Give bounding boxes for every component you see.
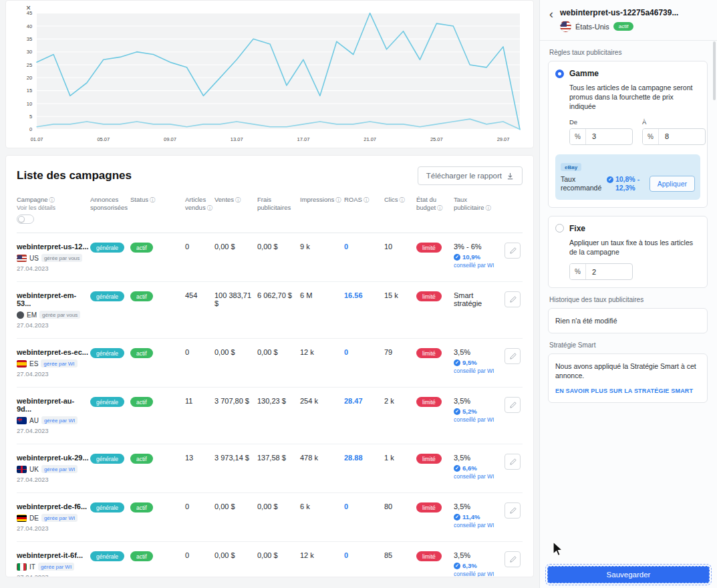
- campaign-list-card: Liste des campagnes Télécharger le rappo…: [5, 155, 534, 577]
- sponsored-badge: générale: [90, 243, 124, 253]
- table-row[interactable]: webinterpret-au-9d... AU gérée par WI 27…: [17, 388, 523, 444]
- table-row[interactable]: webinterpret-it-6f... IT gérée par WI 27…: [17, 542, 523, 577]
- close-icon[interactable]: ×: [25, 2, 32, 14]
- sponsored-badge: générale: [90, 291, 124, 301]
- table-row[interactable]: webinterpret-uk-29... UK gérée par WI 27…: [17, 444, 523, 493]
- sales-value: 3 707,80 $: [214, 396, 256, 405]
- edit-campaign-button[interactable]: [505, 502, 521, 519]
- apply-recommended-button[interactable]: Appliquer: [650, 176, 695, 192]
- clicks-value: 79: [384, 347, 415, 356]
- ad-fees-value: 0,00 $: [257, 501, 299, 510]
- back-chevron-icon[interactable]: ‹: [548, 8, 555, 20]
- list-header: Liste des campagnes Télécharger le rappo…: [17, 166, 523, 185]
- smart-strategy-link[interactable]: EN SAVOIR PLUS SUR LA STRATÉGIE SMART: [555, 387, 700, 395]
- sponsored-cell: générale: [90, 241, 129, 253]
- sales-value: 0,00 $: [214, 501, 256, 510]
- campaign-date: 27.04.2023: [17, 321, 89, 329]
- status-cell: actif: [130, 396, 184, 407]
- table-row[interactable]: webinterpret-us-12... US gérée par vous …: [17, 233, 523, 282]
- svg-text:40: 40: [27, 23, 32, 29]
- info-icon: ⓘ: [485, 205, 490, 211]
- budget-cell: limité: [416, 501, 452, 512]
- info-icon: ⓘ: [207, 205, 212, 211]
- rate-to-input-group: %: [642, 128, 706, 145]
- campaign-name[interactable]: webinterpret-uk-29...: [17, 454, 89, 462]
- sponsored-badge: générale: [90, 551, 124, 561]
- check-icon: ✓: [454, 254, 460, 261]
- ad-rate-cell: 3,5% ✓ 6,6% conseillé par WI: [454, 452, 503, 480]
- rate-to-input[interactable]: [659, 132, 696, 140]
- recommended-rate-value: 10,9%: [462, 253, 480, 261]
- pencil-icon: [509, 556, 517, 563]
- svg-text:25.07: 25.07: [430, 136, 443, 142]
- campaign-name[interactable]: webinterpret-us-12...: [17, 243, 89, 251]
- toggle-knob: [18, 216, 25, 223]
- table-row[interactable]: webinterpret-es-ec... ES gérée par WI 27…: [17, 339, 523, 388]
- ad-fees-value: 0,00 $: [257, 241, 299, 251]
- recommended-rate-row: ✓ 11,4%: [454, 513, 503, 521]
- status-cell: actif: [130, 347, 184, 358]
- items-sold-value: 0: [185, 550, 213, 559]
- recommended-rate-value: 5,2%: [462, 408, 477, 415]
- budget-status-badge: limité: [416, 397, 442, 407]
- sponsored-cell: générale: [90, 396, 129, 407]
- panel-scrollbar[interactable]: [713, 41, 716, 100]
- campaign-name[interactable]: webinterpret-em-53...: [17, 291, 89, 307]
- edit-campaign-button[interactable]: [505, 551, 521, 567]
- campaign-date: 27.04.2023: [17, 427, 89, 434]
- campaign-name[interactable]: webinterpret-it-6f...: [17, 551, 89, 559]
- status-cell: actif: [130, 290, 184, 301]
- sponsored-badge: générale: [90, 454, 124, 464]
- sponsored-badge: générale: [90, 397, 124, 407]
- status-badge: actif: [130, 348, 153, 358]
- performance-line-chart[interactable]: 05101520253035404501.0705.0709.0713.0717…: [10, 5, 529, 146]
- ad-fees-value: 137,58 $: [257, 452, 299, 462]
- edit-campaign-button[interactable]: [505, 454, 521, 470]
- smart-section-label: Stratégie Smart: [549, 341, 708, 349]
- status-cell: actif: [130, 501, 184, 512]
- sales-value: 0,00 $: [214, 347, 256, 356]
- table-row[interactable]: webinterpret-de-f6... DE gérée par WI 27…: [17, 493, 523, 542]
- fixe-radio-label[interactable]: Fixe: [569, 224, 585, 233]
- edit-campaign-button[interactable]: [505, 348, 521, 364]
- impressions-value: 9 k: [300, 241, 343, 251]
- save-button[interactable]: Sauvegarder: [547, 566, 710, 583]
- main-content: × 05101520253035404501.0705.0709.0713.07…: [0, 0, 539, 588]
- svg-text:17.07: 17.07: [297, 136, 310, 142]
- campaign-name[interactable]: webinterpret-au-9d...: [17, 397, 89, 413]
- clicks-value: 1 k: [384, 452, 415, 462]
- country-flag-icon: [17, 417, 27, 424]
- edit-campaign-button[interactable]: [505, 243, 521, 259]
- ebay-badge: eBay: [561, 163, 581, 171]
- gamme-radio[interactable]: [555, 69, 564, 78]
- budget-cell: limité: [416, 550, 452, 561]
- percent-prefix: %: [643, 129, 659, 144]
- rate-from-input[interactable]: [586, 132, 623, 140]
- gamme-radio-label[interactable]: Gamme: [569, 69, 599, 78]
- details-toggle[interactable]: [17, 214, 34, 224]
- clicks-value: 2 k: [384, 396, 415, 405]
- campaign-name[interactable]: webinterpret-de-f6...: [17, 502, 89, 510]
- fixe-radio[interactable]: [555, 224, 564, 233]
- fixed-rate-input[interactable]: [586, 268, 623, 276]
- table-row[interactable]: webinterpret-em-53... EM gérée par vous …: [17, 282, 523, 339]
- items-sold-value: 11: [185, 396, 213, 405]
- download-report-button[interactable]: Télécharger le rapport: [418, 166, 523, 185]
- status-badge: actif: [130, 551, 153, 561]
- recommended-rate-note: conseillé par WI: [454, 262, 503, 269]
- actions-cell: [505, 347, 523, 364]
- edit-campaign-button[interactable]: [505, 397, 521, 413]
- items-sold-value: 13: [185, 452, 213, 462]
- col-header-impressions: Impressionsⓘ: [300, 196, 343, 226]
- history-empty-text: Rien n'a été modifié: [555, 317, 617, 325]
- campaign-name[interactable]: webinterpret-es-ec...: [17, 348, 89, 356]
- edit-campaign-button[interactable]: [505, 291, 521, 307]
- ad-rate-value: 3,5%: [454, 551, 500, 559]
- roas-value: 0: [344, 241, 383, 251]
- pencil-icon: [509, 507, 517, 514]
- smart-strategy-card: Nous avons appliqué la Stratégie Smart à…: [548, 353, 708, 402]
- sponsored-cell: générale: [90, 347, 129, 358]
- campaign-date: 27.04.2023: [17, 573, 89, 577]
- status-cell: actif: [130, 550, 184, 561]
- ad-rate-cell: 3,5% ✓ 9,5% conseillé par WI: [454, 347, 503, 374]
